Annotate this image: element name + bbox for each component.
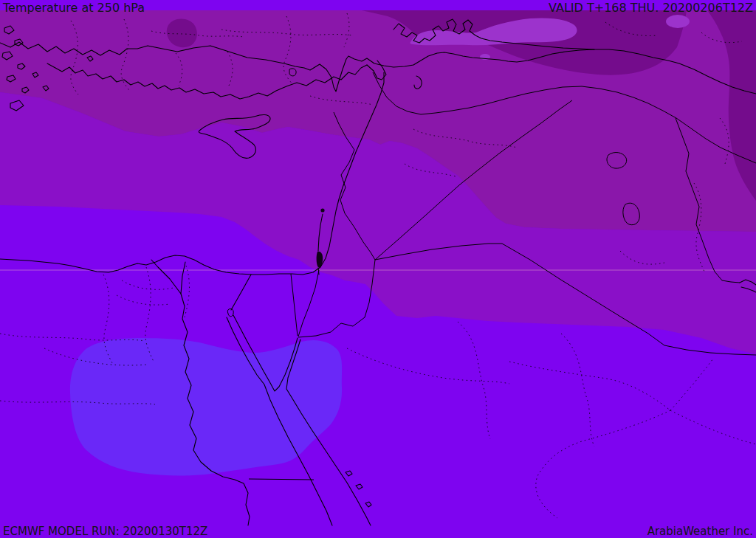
title-bar: Temperature at 250 hPa VALID T+168 THU. …: [0, 0, 756, 15]
temperature-map: [0, 0, 756, 538]
temp-band-light-dot-2: [666, 15, 690, 28]
model-run-label: ECMWF MODEL RUN: 20200130T12Z: [3, 525, 207, 538]
weather-map-screenshot: Temperature at 250 hPa VALID T+168 THU. …: [0, 0, 756, 538]
footer-bar: ECMWF MODEL RUN: 20200130T12Z ArabiaWeat…: [0, 525, 756, 538]
map-title: Temperature at 250 hPa: [3, 1, 145, 15]
sea-of-galilee: [320, 208, 324, 212]
credit-label: ArabiaWeather Inc.: [647, 525, 753, 538]
valid-time-label: VALID T+168 THU. 20200206T12Z: [549, 1, 753, 15]
